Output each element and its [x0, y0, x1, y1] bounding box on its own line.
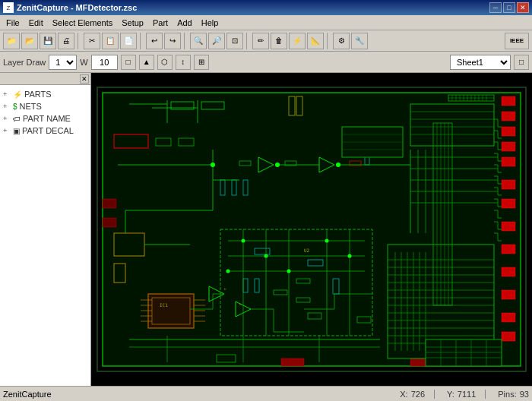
- sep4: [246, 33, 249, 49]
- close-button[interactable]: ✕: [517, 2, 529, 13]
- component-tree: + ⚡ PARTS + $ NETS + 🏷 PART NAME + ▣ PAR…: [0, 85, 90, 140]
- toolbar-settings[interactable]: ⚙: [333, 33, 350, 49]
- titlebar-left: Z ZenitCapture - MFDetector.zsc: [3, 2, 137, 13]
- toolbar-paste[interactable]: 📄: [120, 33, 137, 49]
- toolbar-connect[interactable]: ⚡: [289, 33, 306, 49]
- toolbar-cut[interactable]: ✂: [84, 33, 100, 49]
- tree-part-decal[interactable]: + ▣ PART DECAL: [2, 125, 89, 137]
- layer-btn-4[interactable]: ↕: [176, 55, 191, 70]
- toolbar-delete[interactable]: 🗑: [271, 33, 287, 49]
- parts-label: PARTS: [24, 90, 52, 99]
- toolbar-draw[interactable]: ✏: [252, 33, 269, 49]
- panel-header: ✕: [0, 73, 90, 85]
- svg-rect-7: [502, 157, 515, 166]
- left-panel: ✕ + ⚡ PARTS + $ NETS + 🏷 PART NAME + ▣ P…: [0, 73, 91, 386]
- layer-label: Layer Draw: [3, 58, 46, 67]
- toolbar-print[interactable]: 🖨: [58, 33, 74, 49]
- sheet-btn[interactable]: □: [514, 55, 529, 70]
- svg-point-62: [211, 163, 215, 167]
- menu-help[interactable]: Help: [197, 17, 223, 29]
- svg-point-145: [242, 239, 245, 243]
- partname-label: PART NAME: [23, 114, 71, 123]
- toolbar-measure[interactable]: 📐: [307, 33, 324, 49]
- sep1: [78, 33, 81, 49]
- toolbar-zoom-in[interactable]: 🔍: [190, 33, 207, 49]
- svg-rect-8: [502, 180, 515, 189]
- toolbar-properties[interactable]: 🔧: [351, 33, 368, 49]
- titlebar: Z ZenitCapture - MFDetector.zsc ─ □ ✕: [0, 0, 532, 15]
- svg-point-64: [336, 163, 340, 167]
- svg-rect-13: [502, 290, 515, 299]
- toolbar: 📁 📂 💾 🖨 ✂ 📋 📄 ↩ ↪ 🔍 🔎 ⊡ ✏ 🗑 ⚡ 📐 ⚙ 🔧 IEEE: [0, 30, 532, 52]
- svg-rect-6: [502, 142, 515, 151]
- x-label: X:: [400, 390, 407, 399]
- svg-point-149: [348, 254, 352, 258]
- partdecal-expand-icon: +: [3, 127, 11, 134]
- menu-add[interactable]: Add: [173, 17, 197, 29]
- svg-rect-83: [152, 298, 190, 324]
- sep2: [140, 33, 143, 49]
- pins-value: 93: [520, 390, 529, 399]
- minimize-button[interactable]: ─: [489, 2, 502, 13]
- svg-rect-3: [502, 96, 515, 106]
- menu-file[interactable]: File: [2, 17, 24, 29]
- partdecal-symbol: ▣: [13, 127, 20, 135]
- toolbar-undo[interactable]: ↩: [146, 33, 163, 49]
- svg-rect-9: [502, 199, 515, 208]
- svg-point-147: [287, 270, 291, 273]
- menu-setup[interactable]: Setup: [117, 17, 148, 29]
- width-input[interactable]: [91, 55, 118, 70]
- sep3: [184, 33, 187, 49]
- toolbar-save[interactable]: 💾: [40, 33, 56, 49]
- tree-part-name[interactable]: + 🏷 PART NAME: [2, 112, 89, 125]
- panel-close-button[interactable]: ✕: [80, 74, 89, 84]
- y-coord: Y: 7111: [447, 390, 486, 399]
- toolbar-fit[interactable]: ⊡: [226, 33, 243, 49]
- statusbar-coords: X: 726 Y: 7111 Pins: 93: [400, 390, 529, 399]
- menu-part[interactable]: Part: [148, 17, 173, 29]
- svg-rect-16: [103, 199, 116, 208]
- window-title: ZenitCapture - MFDetector.zsc: [17, 3, 137, 12]
- partdecal-label: PART DECAL: [22, 126, 74, 135]
- svg-point-146: [264, 254, 268, 258]
- tree-parts[interactable]: + ⚡ PARTS: [2, 88, 89, 100]
- svg-point-148: [325, 239, 329, 243]
- x-value: 726: [411, 390, 425, 399]
- layer-btn-3[interactable]: ⬡: [157, 55, 173, 70]
- menu-edit[interactable]: Edit: [24, 17, 48, 29]
- y-value: 7111: [458, 390, 476, 399]
- menubar: File Edit Select Elements Setup Part Add…: [0, 15, 532, 30]
- nets-symbol: $: [13, 103, 17, 111]
- toolbar-redo[interactable]: ↪: [164, 33, 181, 49]
- layer-select[interactable]: 1 2 3: [49, 55, 77, 70]
- menu-select-elements[interactable]: Select Elements: [48, 17, 117, 29]
- statusbar: ZenitCapture X: 726 Y: 7111 Pins: 93: [0, 386, 532, 401]
- layerbar: Layer Draw 1 2 3 W □ ▲ ⬡ ↕ ⊞ Sheet1 □: [0, 52, 532, 73]
- parts-symbol: ⚡: [13, 90, 22, 99]
- svg-rect-125: [426, 339, 502, 366]
- svg-rect-15: [502, 332, 515, 341]
- svg-rect-11: [502, 245, 515, 254]
- toolbar-new[interactable]: 📁: [3, 33, 20, 49]
- svg-text:U2: U2: [304, 248, 310, 253]
- nets-label: NETS: [20, 102, 42, 111]
- svg-text:IC1: IC1: [160, 302, 168, 308]
- nets-expand-icon: +: [3, 103, 11, 110]
- svg-rect-14: [502, 313, 515, 322]
- tree-nets[interactable]: + $ NETS: [2, 100, 89, 112]
- toolbar-zoom-out[interactable]: 🔎: [208, 33, 225, 49]
- y-label: Y:: [447, 390, 454, 399]
- toolbar-open[interactable]: 📂: [21, 33, 38, 49]
- layer-btn-2[interactable]: ▲: [139, 55, 154, 70]
- svg-rect-18: [281, 358, 304, 366]
- sep5: [327, 33, 330, 49]
- toolbar-copy[interactable]: 📋: [102, 33, 119, 49]
- layer-btn-1[interactable]: □: [121, 55, 136, 70]
- layer-btn-5[interactable]: ⊞: [194, 55, 209, 70]
- width-label: W: [80, 58, 87, 67]
- toolbar-ieee[interactable]: IEEE: [505, 33, 529, 49]
- maximize-button[interactable]: □: [503, 2, 515, 13]
- sheet-select[interactable]: Sheet1: [450, 55, 511, 70]
- svg-point-63: [275, 163, 280, 167]
- pcb-canvas-area[interactable]: IC1 U2 ▷ ▷: [91, 73, 532, 386]
